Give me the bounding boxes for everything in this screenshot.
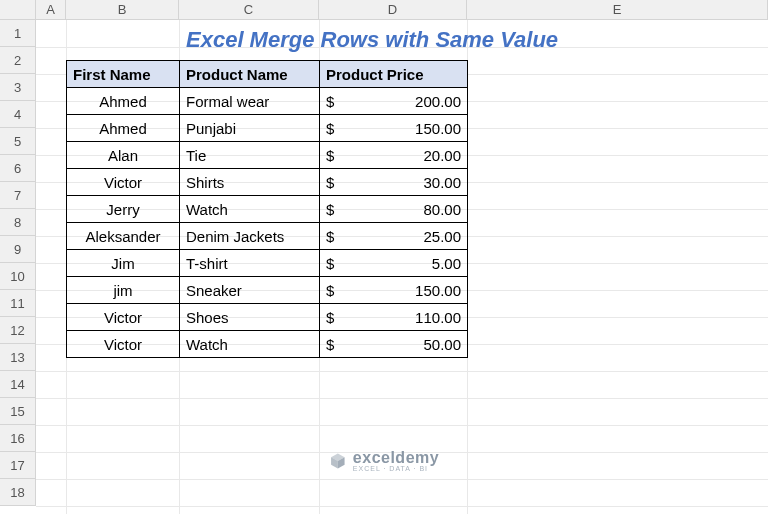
cell-name[interactable]: Jerry	[67, 196, 180, 223]
cell-product[interactable]: Denim Jackets	[180, 223, 320, 250]
cell-name[interactable]: Aleksander	[67, 223, 180, 250]
row-header-6[interactable]: 6	[0, 155, 35, 182]
row-header-5[interactable]: 5	[0, 128, 35, 155]
cell-product[interactable]: Tie	[180, 142, 320, 169]
cell-name[interactable]: Victor	[67, 169, 180, 196]
cell-product[interactable]: T-shirt	[180, 250, 320, 277]
cell-name[interactable]: Alan	[67, 142, 180, 169]
cell-name[interactable]: Ahmed	[67, 115, 180, 142]
cell-price[interactable]: $110.00	[320, 304, 468, 331]
cell-name[interactable]: jim	[67, 277, 180, 304]
row-header-18[interactable]: 18	[0, 479, 35, 506]
cell-price[interactable]: $20.00	[320, 142, 468, 169]
cell-product[interactable]: Watch	[180, 331, 320, 358]
cell-product[interactable]: Shirts	[180, 169, 320, 196]
row-header-3[interactable]: 3	[0, 74, 35, 101]
row-header-9[interactable]: 9	[0, 236, 35, 263]
header-product-price[interactable]: Product Price	[320, 61, 468, 88]
table-row: Ahmed Punjabi $150.00	[67, 115, 468, 142]
row-header-10[interactable]: 10	[0, 263, 35, 290]
cell-name[interactable]: Victor	[67, 331, 180, 358]
cell-product[interactable]: Sneaker	[180, 277, 320, 304]
data-table[interactable]: First Name Product Name Product Price Ah…	[66, 60, 468, 358]
cell-product[interactable]: Punjabi	[180, 115, 320, 142]
cell-price[interactable]: $30.00	[320, 169, 468, 196]
table-row: Jerry Watch $80.00	[67, 196, 468, 223]
select-all-corner[interactable]	[0, 0, 36, 19]
column-headers-row: ABCDE	[0, 0, 768, 20]
table-row: jim Sneaker $150.00	[67, 277, 468, 304]
cell-product[interactable]: Watch	[180, 196, 320, 223]
col-header-D[interactable]: D	[319, 0, 467, 19]
row-headers-col: 123456789101112131415161718	[0, 20, 36, 506]
spreadsheet-grid: ABCDE 123456789101112131415161718 Excel …	[0, 0, 768, 514]
cell-name[interactable]: Victor	[67, 304, 180, 331]
cell-price[interactable]: $150.00	[320, 277, 468, 304]
cube-icon	[329, 452, 347, 470]
row-header-13[interactable]: 13	[0, 344, 35, 371]
cell-price[interactable]: $5.00	[320, 250, 468, 277]
cell-product[interactable]: Formal wear	[180, 88, 320, 115]
cell-product[interactable]: Shoes	[180, 304, 320, 331]
header-first-name[interactable]: First Name	[67, 61, 180, 88]
exceldemy-logo: exceldemy EXCEL · DATA · BI	[329, 449, 439, 472]
row-header-4[interactable]: 4	[0, 101, 35, 128]
table-row: Aleksander Denim Jackets $25.00	[67, 223, 468, 250]
col-header-C[interactable]: C	[179, 0, 319, 19]
cell-name[interactable]: Ahmed	[67, 88, 180, 115]
row-header-17[interactable]: 17	[0, 452, 35, 479]
cell-price[interactable]: $50.00	[320, 331, 468, 358]
header-product-name[interactable]: Product Name	[180, 61, 320, 88]
row-header-8[interactable]: 8	[0, 209, 35, 236]
row-header-16[interactable]: 16	[0, 425, 35, 452]
cell-price[interactable]: $150.00	[320, 115, 468, 142]
row-header-12[interactable]: 12	[0, 317, 35, 344]
logo-subtext: EXCEL · DATA · BI	[353, 465, 428, 472]
row-header-1[interactable]: 1	[0, 20, 35, 47]
table-row: Victor Watch $50.00	[67, 331, 468, 358]
table-row: Victor Shoes $110.00	[67, 304, 468, 331]
table-row: Jim T-shirt $5.00	[67, 250, 468, 277]
row-header-14[interactable]: 14	[0, 371, 35, 398]
row-header-15[interactable]: 15	[0, 398, 35, 425]
col-header-E[interactable]: E	[467, 0, 768, 19]
table-row: Victor Shirts $30.00	[67, 169, 468, 196]
row-header-7[interactable]: 7	[0, 182, 35, 209]
col-header-B[interactable]: B	[66, 0, 179, 19]
cell-price[interactable]: $25.00	[320, 223, 468, 250]
table-row: Ahmed Formal wear $200.00	[67, 88, 468, 115]
row-header-2[interactable]: 2	[0, 47, 35, 74]
cell-price[interactable]: $80.00	[320, 196, 468, 223]
page-title: Excel Merge Rows with Same Value	[186, 27, 558, 53]
table-row: Alan Tie $20.00	[67, 142, 468, 169]
cell-price[interactable]: $200.00	[320, 88, 468, 115]
table-header-row: First Name Product Name Product Price	[67, 61, 468, 88]
row-header-11[interactable]: 11	[0, 290, 35, 317]
col-header-A[interactable]: A	[36, 0, 66, 19]
cell-name[interactable]: Jim	[67, 250, 180, 277]
